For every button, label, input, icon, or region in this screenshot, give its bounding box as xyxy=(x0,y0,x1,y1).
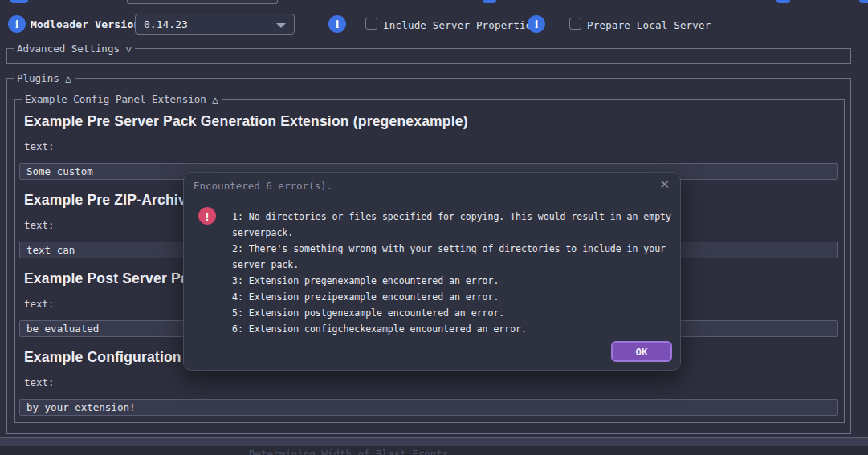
error-item: 1: No directories or files specified for… xyxy=(232,209,682,241)
config-panel-extension-toggle[interactable]: Example Config Panel Extension △ xyxy=(22,93,222,105)
configcheck-extension-heading: Example Configuration C xyxy=(24,349,196,366)
error-dialog-title: Encountered 6 error(s). xyxy=(194,180,332,192)
configcheck-text-input[interactable]: by your extension! xyxy=(19,399,838,416)
info-icon[interactable]: i xyxy=(528,15,545,33)
prepare-local-server-label: Prepare Local Server xyxy=(587,19,711,31)
error-item: 2: There's something wrong with your set… xyxy=(232,241,682,273)
error-item: 4: Extension prezipexample encountered a… xyxy=(232,289,682,305)
pregen-extension-heading: Example Pre Server Pack Generation Exten… xyxy=(24,113,468,130)
status-bar: Determining Width of Blast Fronts xyxy=(0,446,868,455)
info-icon xyxy=(483,0,496,3)
info-icon xyxy=(859,0,868,3)
include-server-properties-label: Include Server Properties xyxy=(383,19,538,31)
ok-button[interactable]: OK xyxy=(611,341,672,362)
prepare-local-server-checkbox[interactable] xyxy=(569,18,581,30)
plugins-toggle[interactable]: Plugins △ xyxy=(14,72,75,84)
postgen-extension-heading: Example Post Server Pa xyxy=(24,270,189,287)
info-icon xyxy=(10,0,28,3)
prezip-text-value: text can xyxy=(26,244,75,256)
pregen-text-value: Some custom xyxy=(26,165,93,177)
error-item: 3: Extension pregenexample encountered a… xyxy=(232,273,682,289)
modloader-version-label: Modloader Version xyxy=(31,18,140,30)
info-icon xyxy=(776,0,790,3)
error-dialog: Encountered 6 error(s). ✕ ! 1: No direct… xyxy=(183,172,681,371)
status-ticker-text: Determining Width of Blast Fronts xyxy=(249,448,448,455)
error-list: 1: No directories or files specified for… xyxy=(232,209,682,337)
postgen-text-value: be evaluated xyxy=(26,323,99,335)
prezip-text-label: text: xyxy=(24,219,55,231)
modloader-version-value: 0.14.23 xyxy=(144,18,188,30)
postgen-text-label: text: xyxy=(24,298,55,310)
pregen-text-label: text: xyxy=(24,140,55,152)
serverpackcreator-window: i Modloader Version 0.14.23 i Include Se… xyxy=(0,0,868,455)
clipped-input-field xyxy=(127,0,278,4)
advanced-settings-toggle[interactable]: Advanced Settings ▽ xyxy=(14,43,135,55)
include-server-properties-checkbox[interactable] xyxy=(365,18,377,30)
close-icon[interactable]: ✕ xyxy=(659,177,670,192)
error-item: 5: Extension postgenexample encountered … xyxy=(232,305,682,321)
modloader-version-select[interactable]: 0.14.23 xyxy=(135,14,295,35)
info-icon[interactable]: i xyxy=(328,15,346,33)
configcheck-text-label: text: xyxy=(24,376,55,388)
error-icon: ! xyxy=(198,207,216,225)
info-icon[interactable]: i xyxy=(8,15,26,33)
prezip-extension-heading: Example Pre ZIP-Archiv xyxy=(24,192,186,209)
chevron-down-icon xyxy=(276,23,286,28)
configcheck-text-value: by your extension! xyxy=(26,401,135,413)
error-item: 6: Extension configcheckexample encounte… xyxy=(232,321,682,337)
advanced-settings-panel: Advanced Settings ▽ xyxy=(6,48,851,64)
panel-bottom-edge xyxy=(0,437,868,446)
